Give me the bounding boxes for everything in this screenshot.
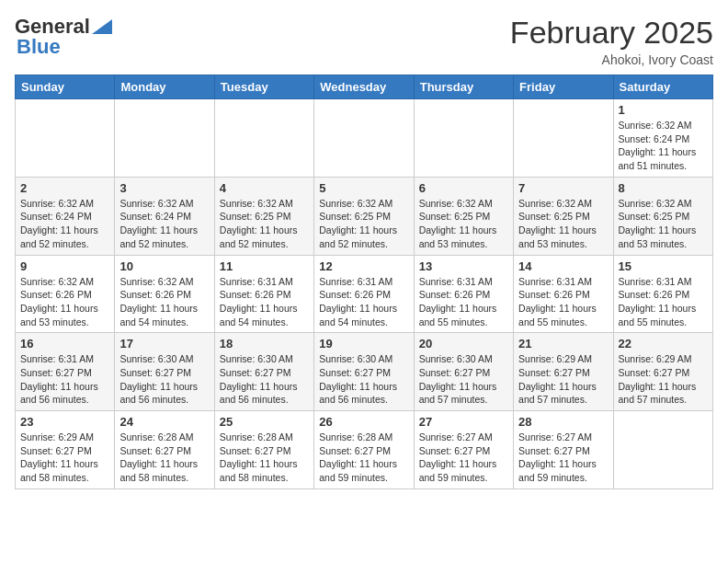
day-number: 1 — [619, 103, 708, 117]
day-number: 22 — [619, 337, 708, 350]
day-info: Sunrise: 6:32 AM Sunset: 6:24 PM Dayligh… — [619, 119, 708, 173]
calendar-cell: 23Sunrise: 6:29 AM Sunset: 6:27 PM Dayli… — [16, 411, 115, 489]
calendar-cell: 11Sunrise: 6:31 AM Sunset: 6:26 PM Dayli… — [214, 255, 313, 333]
calendar: SundayMondayTuesdayWednesdayThursdayFrid… — [15, 75, 713, 489]
day-info: Sunrise: 6:32 AM Sunset: 6:25 PM Dayligh… — [518, 197, 608, 251]
day-number: 12 — [319, 259, 408, 273]
day-number: 2 — [20, 181, 109, 195]
day-info: Sunrise: 6:32 AM Sunset: 6:26 PM Dayligh… — [119, 275, 209, 329]
day-info: Sunrise: 6:27 AM Sunset: 6:27 PM Dayligh… — [419, 431, 508, 485]
day-number: 8 — [619, 181, 708, 195]
day-info: Sunrise: 6:29 AM Sunset: 6:27 PM Dayligh… — [518, 352, 608, 407]
day-info: Sunrise: 6:30 AM Sunset: 6:27 PM Dayligh… — [220, 352, 309, 407]
day-info: Sunrise: 6:27 AM Sunset: 6:27 PM Dayligh… — [518, 431, 608, 485]
day-number: 11 — [220, 259, 309, 273]
calendar-cell: 13Sunrise: 6:31 AM Sunset: 6:26 PM Dayli… — [414, 255, 513, 333]
day-info: Sunrise: 6:30 AM Sunset: 6:27 PM Dayligh… — [419, 352, 508, 407]
day-number: 21 — [518, 337, 608, 350]
calendar-week-2: 2Sunrise: 6:32 AM Sunset: 6:24 PM Daylig… — [16, 177, 713, 255]
calendar-cell: 25Sunrise: 6:28 AM Sunset: 6:27 PM Dayli… — [214, 411, 313, 489]
day-number: 10 — [119, 259, 209, 273]
calendar-cell — [16, 99, 115, 178]
calendar-cell — [414, 99, 513, 178]
day-number: 6 — [419, 181, 508, 195]
calendar-week-4: 16Sunrise: 6:31 AM Sunset: 6:27 PM Dayli… — [16, 333, 713, 411]
calendar-cell: 20Sunrise: 6:30 AM Sunset: 6:27 PM Dayli… — [414, 333, 513, 411]
day-number: 23 — [20, 415, 109, 429]
day-info: Sunrise: 6:31 AM Sunset: 6:26 PM Dayligh… — [419, 275, 508, 329]
calendar-cell: 4Sunrise: 6:32 AM Sunset: 6:25 PM Daylig… — [214, 177, 313, 255]
calendar-cell: 18Sunrise: 6:30 AM Sunset: 6:27 PM Dayli… — [214, 333, 313, 411]
calendar-cell: 27Sunrise: 6:27 AM Sunset: 6:27 PM Dayli… — [414, 411, 513, 489]
day-number: 17 — [119, 337, 209, 350]
day-header-wednesday: Wednesday — [314, 75, 414, 99]
day-info: Sunrise: 6:29 AM Sunset: 6:27 PM Dayligh… — [20, 431, 109, 485]
calendar-cell — [613, 411, 712, 489]
calendar-cell: 19Sunrise: 6:30 AM Sunset: 6:27 PM Dayli… — [314, 333, 414, 411]
day-number: 20 — [419, 337, 508, 350]
calendar-cell — [115, 99, 214, 178]
day-info: Sunrise: 6:29 AM Sunset: 6:27 PM Dayligh… — [619, 352, 708, 407]
calendar-cell: 3Sunrise: 6:32 AM Sunset: 6:24 PM Daylig… — [115, 177, 214, 255]
calendar-cell: 1Sunrise: 6:32 AM Sunset: 6:24 PM Daylig… — [613, 99, 712, 178]
day-header-monday: Monday — [115, 75, 214, 99]
logo: General Blue — [15, 15, 112, 59]
calendar-cell: 26Sunrise: 6:28 AM Sunset: 6:27 PM Dayli… — [314, 411, 414, 489]
day-header-saturday: Saturday — [613, 75, 712, 99]
day-number: 3 — [119, 181, 209, 195]
day-info: Sunrise: 6:28 AM Sunset: 6:27 PM Dayligh… — [319, 431, 408, 485]
calendar-cell: 9Sunrise: 6:32 AM Sunset: 6:26 PM Daylig… — [16, 255, 115, 333]
day-header-friday: Friday — [514, 75, 613, 99]
calendar-cell — [514, 99, 613, 178]
day-number: 15 — [619, 259, 708, 273]
logo-icon — [92, 17, 112, 34]
day-number: 26 — [319, 415, 408, 429]
calendar-cell: 14Sunrise: 6:31 AM Sunset: 6:26 PM Dayli… — [514, 255, 613, 333]
calendar-cell: 16Sunrise: 6:31 AM Sunset: 6:27 PM Dayli… — [16, 333, 115, 411]
day-info: Sunrise: 6:28 AM Sunset: 6:27 PM Dayligh… — [220, 431, 309, 485]
calendar-cell: 17Sunrise: 6:30 AM Sunset: 6:27 PM Dayli… — [115, 333, 214, 411]
calendar-cell — [314, 99, 414, 178]
calendar-cell: 24Sunrise: 6:28 AM Sunset: 6:27 PM Dayli… — [115, 411, 214, 489]
day-info: Sunrise: 6:32 AM Sunset: 6:26 PM Dayligh… — [20, 275, 109, 329]
title-block: February 2025 Ahokoi, Ivory Coast — [510, 15, 713, 67]
day-number: 25 — [220, 415, 309, 429]
calendar-cell: 2Sunrise: 6:32 AM Sunset: 6:24 PM Daylig… — [16, 177, 115, 255]
day-info: Sunrise: 6:31 AM Sunset: 6:26 PM Dayligh… — [619, 275, 708, 329]
day-info: Sunrise: 6:31 AM Sunset: 6:26 PM Dayligh… — [319, 275, 408, 329]
day-number: 5 — [319, 181, 408, 195]
day-header-thursday: Thursday — [414, 75, 513, 99]
day-info: Sunrise: 6:31 AM Sunset: 6:26 PM Dayligh… — [220, 275, 309, 329]
calendar-week-1: 1Sunrise: 6:32 AM Sunset: 6:24 PM Daylig… — [16, 99, 713, 178]
day-info: Sunrise: 6:32 AM Sunset: 6:25 PM Dayligh… — [319, 197, 408, 251]
day-header-tuesday: Tuesday — [214, 75, 313, 99]
day-number: 19 — [319, 337, 408, 350]
day-number: 18 — [220, 337, 309, 350]
calendar-week-5: 23Sunrise: 6:29 AM Sunset: 6:27 PM Dayli… — [16, 411, 713, 489]
day-number: 9 — [20, 259, 109, 273]
day-info: Sunrise: 6:32 AM Sunset: 6:25 PM Dayligh… — [220, 197, 309, 251]
svg-marker-0 — [92, 19, 112, 34]
day-info: Sunrise: 6:32 AM Sunset: 6:24 PM Dayligh… — [119, 197, 209, 251]
day-number: 28 — [518, 415, 608, 429]
calendar-cell: 8Sunrise: 6:32 AM Sunset: 6:25 PM Daylig… — [613, 177, 712, 255]
calendar-header-row: SundayMondayTuesdayWednesdayThursdayFrid… — [16, 75, 713, 99]
calendar-cell: 12Sunrise: 6:31 AM Sunset: 6:26 PM Dayli… — [314, 255, 414, 333]
calendar-cell: 10Sunrise: 6:32 AM Sunset: 6:26 PM Dayli… — [115, 255, 214, 333]
calendar-cell: 22Sunrise: 6:29 AM Sunset: 6:27 PM Dayli… — [613, 333, 712, 411]
day-info: Sunrise: 6:28 AM Sunset: 6:27 PM Dayligh… — [119, 431, 209, 485]
day-info: Sunrise: 6:32 AM Sunset: 6:24 PM Dayligh… — [20, 197, 109, 251]
day-number: 13 — [419, 259, 508, 273]
day-info: Sunrise: 6:30 AM Sunset: 6:27 PM Dayligh… — [119, 352, 209, 407]
calendar-cell: 21Sunrise: 6:29 AM Sunset: 6:27 PM Dayli… — [514, 333, 613, 411]
calendar-cell: 15Sunrise: 6:31 AM Sunset: 6:26 PM Dayli… — [613, 255, 712, 333]
page-header: General Blue February 2025 Ahokoi, Ivory… — [15, 15, 713, 67]
month-title: February 2025 — [510, 15, 713, 51]
day-number: 14 — [518, 259, 608, 273]
calendar-cell: 7Sunrise: 6:32 AM Sunset: 6:25 PM Daylig… — [514, 177, 613, 255]
day-info: Sunrise: 6:32 AM Sunset: 6:25 PM Dayligh… — [419, 197, 508, 251]
calendar-cell: 5Sunrise: 6:32 AM Sunset: 6:25 PM Daylig… — [314, 177, 414, 255]
calendar-cell: 28Sunrise: 6:27 AM Sunset: 6:27 PM Dayli… — [514, 411, 613, 489]
day-number: 27 — [419, 415, 508, 429]
day-number: 4 — [220, 181, 309, 195]
